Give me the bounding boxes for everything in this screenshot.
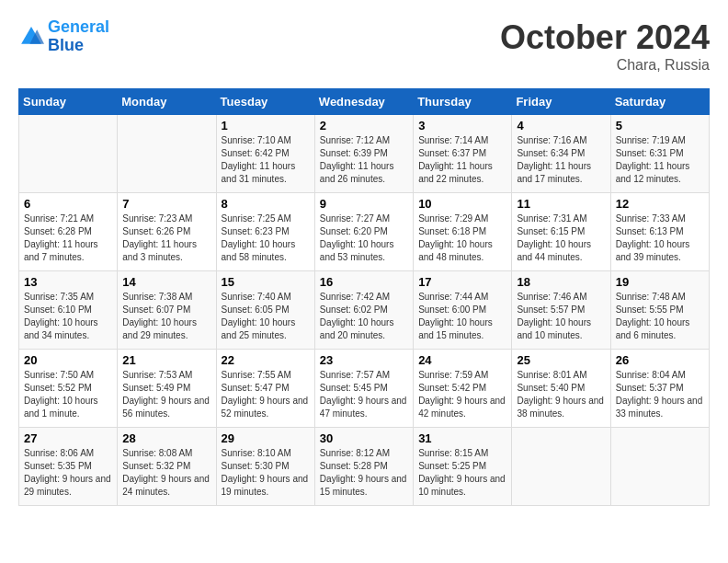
day-cell: 9Sunrise: 7:27 AM Sunset: 6:20 PM Daylig… — [314, 193, 413, 271]
day-info: Sunrise: 7:46 AM Sunset: 5:57 PM Dayligh… — [517, 291, 605, 342]
day-number: 27 — [24, 431, 112, 445]
day-info: Sunrise: 8:04 AM Sunset: 5:37 PM Dayligh… — [616, 369, 704, 420]
day-info: Sunrise: 7:35 AM Sunset: 6:10 PM Dayligh… — [24, 291, 112, 342]
day-number: 11 — [517, 197, 605, 211]
day-cell: 23Sunrise: 7:57 AM Sunset: 5:45 PM Dayli… — [314, 350, 413, 428]
day-info: Sunrise: 8:08 AM Sunset: 5:32 PM Dayligh… — [122, 447, 210, 499]
week-row-1: 1Sunrise: 7:10 AM Sunset: 6:42 PM Daylig… — [19, 115, 710, 193]
day-info: Sunrise: 7:38 AM Sunset: 6:07 PM Dayligh… — [122, 291, 210, 342]
day-info: Sunrise: 7:55 AM Sunset: 5:47 PM Dayligh… — [222, 369, 310, 420]
day-cell: 10Sunrise: 7:29 AM Sunset: 6:18 PM Dayli… — [414, 193, 512, 271]
day-cell — [610, 428, 709, 506]
day-number: 13 — [24, 275, 112, 289]
header-day-tuesday: Tuesday — [216, 89, 314, 115]
week-row-3: 13Sunrise: 7:35 AM Sunset: 6:10 PM Dayli… — [19, 271, 710, 350]
day-number: 16 — [320, 275, 408, 289]
week-row-5: 27Sunrise: 8:06 AM Sunset: 5:35 PM Dayli… — [19, 428, 710, 506]
day-info: Sunrise: 7:40 AM Sunset: 6:05 PM Dayligh… — [222, 291, 310, 342]
day-info: Sunrise: 8:12 AM Sunset: 5:28 PM Dayligh… — [320, 447, 408, 499]
day-info: Sunrise: 7:31 AM Sunset: 6:15 PM Dayligh… — [517, 213, 605, 264]
calendar-body: 1Sunrise: 7:10 AM Sunset: 6:42 PM Daylig… — [19, 115, 710, 506]
header-day-friday: Friday — [512, 89, 610, 115]
day-cell: 16Sunrise: 7:42 AM Sunset: 6:02 PM Dayli… — [314, 271, 413, 350]
day-cell: 15Sunrise: 7:40 AM Sunset: 6:05 PM Dayli… — [216, 271, 314, 350]
day-info: Sunrise: 8:15 AM Sunset: 5:25 PM Dayligh… — [418, 447, 506, 499]
day-cell: 6Sunrise: 7:21 AM Sunset: 6:28 PM Daylig… — [19, 193, 118, 271]
day-cell — [512, 428, 610, 506]
day-cell — [19, 115, 118, 193]
header-day-wednesday: Wednesday — [314, 89, 413, 115]
logo-text: General Blue — [48, 18, 109, 55]
day-info: Sunrise: 8:06 AM Sunset: 5:35 PM Dayligh… — [24, 447, 112, 499]
day-number: 8 — [222, 197, 310, 211]
calendar-header: SundayMondayTuesdayWednesdayThursdayFrid… — [19, 89, 710, 115]
day-info: Sunrise: 7:50 AM Sunset: 5:52 PM Dayligh… — [24, 369, 112, 420]
day-cell: 29Sunrise: 8:10 AM Sunset: 5:30 PM Dayli… — [216, 428, 314, 506]
month-title: October 2024 — [500, 18, 710, 57]
header-day-thursday: Thursday — [414, 89, 512, 115]
day-number: 15 — [222, 275, 310, 289]
title-block: October 2024 Chara, Russia — [500, 18, 710, 74]
day-cell: 2Sunrise: 7:12 AM Sunset: 6:39 PM Daylig… — [314, 115, 413, 193]
day-number: 10 — [418, 197, 506, 211]
day-cell: 11Sunrise: 7:31 AM Sunset: 6:15 PM Dayli… — [512, 193, 610, 271]
day-number: 18 — [517, 275, 605, 289]
day-info: Sunrise: 7:10 AM Sunset: 6:42 PM Dayligh… — [222, 134, 310, 186]
day-cell: 4Sunrise: 7:16 AM Sunset: 6:34 PM Daylig… — [512, 115, 610, 193]
day-cell: 25Sunrise: 8:01 AM Sunset: 5:40 PM Dayli… — [512, 350, 610, 428]
day-cell — [118, 115, 216, 193]
header-row: SundayMondayTuesdayWednesdayThursdayFrid… — [19, 89, 710, 115]
day-number: 6 — [24, 197, 112, 211]
day-cell: 31Sunrise: 8:15 AM Sunset: 5:25 PM Dayli… — [414, 428, 512, 506]
week-row-2: 6Sunrise: 7:21 AM Sunset: 6:28 PM Daylig… — [19, 193, 710, 271]
day-number: 12 — [616, 197, 704, 211]
day-info: Sunrise: 8:01 AM Sunset: 5:40 PM Dayligh… — [517, 369, 605, 420]
day-cell: 28Sunrise: 8:08 AM Sunset: 5:32 PM Dayli… — [118, 428, 216, 506]
day-cell: 7Sunrise: 7:23 AM Sunset: 6:26 PM Daylig… — [118, 193, 216, 271]
day-info: Sunrise: 7:23 AM Sunset: 6:26 PM Dayligh… — [122, 213, 210, 264]
day-number: 9 — [320, 197, 408, 211]
day-info: Sunrise: 7:19 AM Sunset: 6:31 PM Dayligh… — [616, 134, 704, 186]
header-day-sunday: Sunday — [19, 89, 118, 115]
day-number: 14 — [122, 275, 210, 289]
day-cell: 5Sunrise: 7:19 AM Sunset: 6:31 PM Daylig… — [610, 115, 709, 193]
day-cell: 20Sunrise: 7:50 AM Sunset: 5:52 PM Dayli… — [19, 350, 118, 428]
day-number: 25 — [517, 353, 605, 367]
day-number: 1 — [222, 119, 310, 132]
day-info: Sunrise: 7:16 AM Sunset: 6:34 PM Dayligh… — [517, 134, 605, 186]
day-info: Sunrise: 7:44 AM Sunset: 6:00 PM Dayligh… — [418, 291, 506, 342]
day-info: Sunrise: 7:29 AM Sunset: 6:18 PM Dayligh… — [418, 213, 506, 264]
day-info: Sunrise: 7:53 AM Sunset: 5:49 PM Dayligh… — [122, 369, 210, 420]
header-day-monday: Monday — [118, 89, 216, 115]
day-number: 30 — [320, 431, 408, 445]
day-number: 20 — [24, 353, 112, 367]
day-info: Sunrise: 7:42 AM Sunset: 6:02 PM Dayligh… — [320, 291, 408, 342]
day-info: Sunrise: 7:48 AM Sunset: 5:55 PM Dayligh… — [616, 291, 704, 342]
day-info: Sunrise: 7:12 AM Sunset: 6:39 PM Dayligh… — [320, 134, 408, 186]
day-number: 17 — [418, 275, 506, 289]
day-info: Sunrise: 7:33 AM Sunset: 6:13 PM Dayligh… — [616, 213, 704, 264]
day-cell: 22Sunrise: 7:55 AM Sunset: 5:47 PM Dayli… — [216, 350, 314, 428]
day-number: 28 — [122, 431, 210, 445]
day-cell: 19Sunrise: 7:48 AM Sunset: 5:55 PM Dayli… — [610, 271, 709, 350]
header-day-saturday: Saturday — [610, 89, 709, 115]
day-cell: 13Sunrise: 7:35 AM Sunset: 6:10 PM Dayli… — [19, 271, 118, 350]
day-number: 3 — [418, 119, 506, 132]
day-number: 21 — [122, 353, 210, 367]
day-cell: 18Sunrise: 7:46 AM Sunset: 5:57 PM Dayli… — [512, 271, 610, 350]
day-cell: 26Sunrise: 8:04 AM Sunset: 5:37 PM Dayli… — [610, 350, 709, 428]
day-info: Sunrise: 7:21 AM Sunset: 6:28 PM Dayligh… — [24, 213, 112, 264]
day-cell: 8Sunrise: 7:25 AM Sunset: 6:23 PM Daylig… — [216, 193, 314, 271]
day-number: 23 — [320, 353, 408, 367]
day-number: 26 — [616, 353, 704, 367]
page-header: General Blue October 2024 Chara, Russia — [18, 18, 710, 74]
day-info: Sunrise: 7:59 AM Sunset: 5:42 PM Dayligh… — [418, 369, 506, 420]
day-number: 5 — [616, 119, 704, 132]
day-number: 24 — [418, 353, 506, 367]
day-cell: 24Sunrise: 7:59 AM Sunset: 5:42 PM Dayli… — [414, 350, 512, 428]
day-cell: 21Sunrise: 7:53 AM Sunset: 5:49 PM Dayli… — [118, 350, 216, 428]
day-number: 4 — [517, 119, 605, 132]
logo-icon — [18, 24, 44, 50]
week-row-4: 20Sunrise: 7:50 AM Sunset: 5:52 PM Dayli… — [19, 350, 710, 428]
day-number: 31 — [418, 431, 506, 445]
